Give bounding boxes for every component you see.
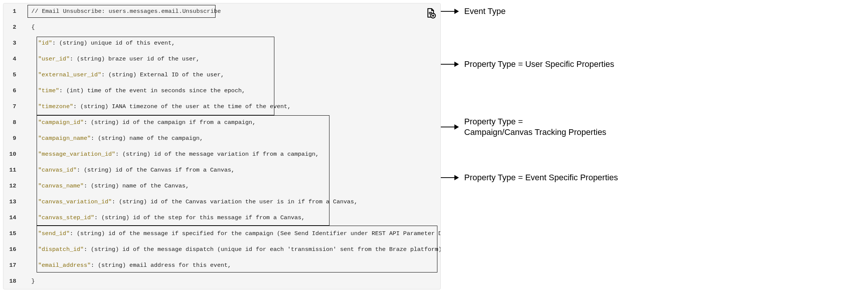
line-number: 10 bbox=[3, 151, 21, 158]
line-number: 13 bbox=[3, 198, 21, 205]
code-content: "id": (string) unique id of this event, bbox=[21, 40, 175, 46]
code-content: } bbox=[21, 278, 35, 285]
code-line: 1// Email Unsubscribe: users.messages.em… bbox=[3, 3, 440, 19]
annotation-campaign-props-line2: Campaign/Canvas Tracking Properties bbox=[464, 127, 606, 137]
code-content: "canvas_name": (string) name of the Canv… bbox=[21, 183, 189, 189]
code-content: "external_user_id": (string) External ID… bbox=[21, 71, 224, 78]
code-content: "canvas_step_id": (string) id of the ste… bbox=[21, 214, 305, 221]
code-line: 3"id": (string) unique id of this event, bbox=[3, 35, 440, 51]
code-content: { bbox=[21, 24, 35, 31]
code-line: 4"user_id": (string) braze user id of th… bbox=[3, 51, 440, 67]
line-number: 11 bbox=[3, 167, 21, 173]
arrow-icon bbox=[441, 124, 459, 130]
code-content: "dispatch_id": (string) id of the messag… bbox=[21, 246, 440, 253]
code-content: "timezone": (string) IANA timezone of th… bbox=[21, 103, 291, 110]
line-number: 6 bbox=[3, 87, 21, 94]
code-line: 12"canvas_name": (string) name of the Ca… bbox=[3, 178, 440, 194]
annotation-panel: Event Type Property Type = User Specific… bbox=[441, 3, 865, 289]
code-content: "canvas_id": (string) id of the Canvas i… bbox=[21, 167, 235, 173]
code-line: 11"canvas_id": (string) id of the Canvas… bbox=[3, 162, 440, 178]
code-content: "canvas_variation_id": (string) id of th… bbox=[21, 198, 357, 205]
arrow-icon bbox=[441, 62, 459, 67]
code-line: 17"email_address": (string) email addres… bbox=[3, 257, 440, 273]
line-number: 2 bbox=[3, 24, 21, 31]
code-line: 16"dispatch_id": (string) id of the mess… bbox=[3, 241, 440, 257]
line-number: 1 bbox=[3, 8, 21, 15]
code-line: 10"message_variation_id": (string) id of… bbox=[3, 146, 440, 162]
code-line: 7"timezone": (string) IANA timezone of t… bbox=[3, 99, 440, 115]
annotation-event-type: Event Type bbox=[464, 6, 506, 17]
code-content: "email_address": (string) email address … bbox=[21, 262, 231, 269]
arrow-icon bbox=[441, 9, 459, 14]
code-content: "campaign_id": (string) id of the campai… bbox=[21, 119, 256, 126]
code-panel: 1// Email Unsubscribe: users.messages.em… bbox=[3, 3, 441, 289]
line-number: 5 bbox=[3, 71, 21, 78]
code-content: "time": (int) time of the event in secon… bbox=[21, 87, 245, 94]
line-number: 4 bbox=[3, 56, 21, 62]
code-line: 15"send_id": (string) id of the message … bbox=[3, 226, 440, 241]
code-line: 18} bbox=[3, 273, 440, 289]
line-number: 7 bbox=[3, 103, 21, 110]
code-line: 13"canvas_variation_id": (string) id of … bbox=[3, 194, 440, 210]
code-content: "campaign_name": (string) name of the ca… bbox=[21, 135, 203, 142]
arrow-icon bbox=[441, 175, 459, 180]
code-line: 5"external_user_id": (string) External I… bbox=[3, 67, 440, 83]
line-number: 8 bbox=[3, 119, 21, 126]
code-content: // Email Unsubscribe: users.messages.ema… bbox=[21, 8, 221, 15]
code-line: 6"time": (int) time of the event in seco… bbox=[3, 83, 440, 99]
annotation-user-props: Property Type = User Specific Properties bbox=[464, 59, 614, 70]
line-number: 3 bbox=[3, 40, 21, 46]
line-number: 16 bbox=[3, 246, 21, 253]
code-content: "user_id": (string) braze user id of the… bbox=[21, 56, 200, 62]
line-number: 15 bbox=[3, 230, 21, 237]
line-number: 18 bbox=[3, 278, 21, 285]
code-content: "send_id": (string) id of the message if… bbox=[21, 230, 440, 237]
annotation-event-props: Property Type = Event Specific Propertie… bbox=[464, 172, 618, 183]
code-line: 2{ bbox=[3, 19, 440, 35]
code-line: 9"campaign_name": (string) name of the c… bbox=[3, 130, 440, 146]
annotation-campaign-props-line1: Property Type = bbox=[464, 117, 523, 126]
code-body: 1// Email Unsubscribe: users.messages.em… bbox=[3, 3, 440, 289]
line-number: 14 bbox=[3, 214, 21, 221]
code-line: 14"canvas_step_id": (string) id of the s… bbox=[3, 210, 440, 226]
code-line: 8"campaign_id": (string) id of the campa… bbox=[3, 115, 440, 130]
annotation-campaign-props: Property Type = Campaign/Canvas Tracking… bbox=[464, 116, 606, 137]
code-content: "message_variation_id": (string) id of t… bbox=[21, 151, 319, 158]
line-number: 9 bbox=[3, 135, 21, 142]
line-number: 17 bbox=[3, 262, 21, 269]
line-number: 12 bbox=[3, 183, 21, 189]
